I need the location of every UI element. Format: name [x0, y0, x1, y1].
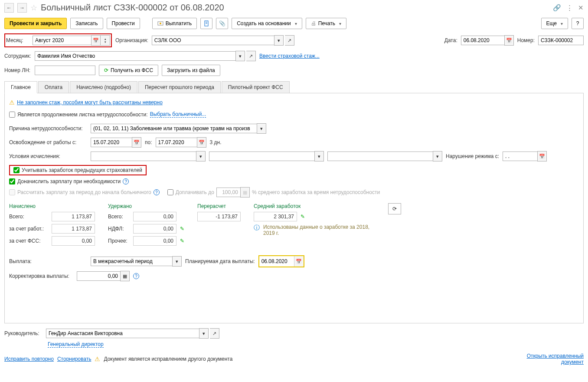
- tab-content-main: ⚠ Не заполнен стаж, пособия могут быть р…: [4, 93, 584, 323]
- help-button[interactable]: ?: [572, 18, 584, 29]
- tab-payment[interactable]: Оплата: [38, 81, 69, 93]
- conditions-input-2[interactable]: [209, 151, 314, 161]
- pay-up-input: [216, 188, 240, 197]
- date-to-input[interactable]: [156, 138, 197, 147]
- accrued-employer-label: за счет работ.:: [9, 226, 48, 232]
- accrued-fss-label: за счет ФСС:: [9, 238, 48, 244]
- pay-up-label: Доплачивать до: [176, 189, 214, 195]
- manager-open-button[interactable]: ↗: [210, 328, 219, 339]
- tab-main[interactable]: Главное: [4, 81, 37, 93]
- ndfl-value: 0,00: [133, 224, 176, 234]
- manager-label: Руководитель:: [4, 330, 42, 336]
- planned-date-label: Планируемая дата выплаты:: [185, 258, 255, 264]
- post-and-close-button[interactable]: Провести и закрыть: [4, 18, 67, 29]
- link-icon[interactable]: 🔗: [553, 4, 561, 12]
- manager-title-link[interactable]: Генеральный директор: [48, 341, 104, 348]
- get-fss-button[interactable]: ⟳ Получить из ФСС: [99, 65, 158, 76]
- org-input[interactable]: [152, 36, 274, 45]
- correction-label: Корректировка выплаты:: [9, 273, 73, 279]
- date-to-calendar-button[interactable]: 📅: [197, 137, 206, 148]
- tab-fss-pilot[interactable]: Пилотный проект ФСС: [222, 81, 290, 93]
- number-input[interactable]: [538, 36, 584, 45]
- reason-dropdown-button[interactable]: ▾: [257, 123, 266, 134]
- more-menu-icon[interactable]: ⋮: [566, 4, 573, 12]
- calc-salary-label: Рассчитать зарплату за период до начала …: [17, 189, 151, 195]
- date-calendar-button[interactable]: 📅: [504, 35, 514, 46]
- document-icon-button[interactable]: [200, 18, 212, 29]
- attach-button[interactable]: 📎: [216, 18, 228, 29]
- paperclip-icon: 📎: [219, 20, 225, 26]
- open-fixed-link[interactable]: Открыть исправленный документ: [519, 353, 584, 365]
- conditions-label: Условия исчисления:: [9, 153, 87, 159]
- employee-dropdown-button[interactable]: ▾: [235, 51, 245, 61]
- print-button[interactable]: 🖨 Печать: [306, 18, 346, 29]
- pay-button[interactable]: Выплатить: [152, 18, 197, 29]
- save-button[interactable]: Записать: [70, 18, 103, 29]
- avg-edit-icon[interactable]: ✎: [301, 214, 305, 220]
- month-calendar-button[interactable]: 📅: [91, 35, 101, 46]
- insurance-link[interactable]: Ввести страховой стаж...: [259, 53, 320, 59]
- ln-input[interactable]: [35, 66, 95, 75]
- other-label: Прочее:: [108, 238, 130, 244]
- org-open-button[interactable]: ↗: [285, 35, 294, 46]
- payment-select[interactable]: [91, 257, 172, 266]
- manager-dropdown-button[interactable]: ▾: [199, 328, 209, 339]
- month-input[interactable]: [33, 36, 91, 45]
- select-sick-link[interactable]: Выбрать больничный...: [150, 111, 206, 118]
- help-icon[interactable]: ?: [123, 178, 129, 184]
- accrued-header: Начислено: [9, 203, 95, 209]
- conditions-dropdown-3[interactable]: ▾: [433, 151, 442, 161]
- load-file-button[interactable]: Загрузить из файла: [162, 65, 220, 76]
- payment-dropdown-button[interactable]: ▾: [172, 256, 182, 267]
- planned-date-input[interactable]: [259, 257, 294, 266]
- reason-label: Причина нетрудоспособности:: [9, 125, 87, 132]
- date-from-input[interactable]: [91, 138, 132, 147]
- correction-calc-button[interactable]: ▦: [120, 271, 130, 281]
- ndfl-edit-icon[interactable]: ✎: [180, 226, 184, 232]
- pay-up-note: % среднего заработка за время нетрудоспо…: [252, 189, 380, 195]
- employee-input[interactable]: [35, 51, 235, 61]
- calc-salary-checkbox: [9, 189, 15, 195]
- add-salary-checkbox[interactable]: [9, 178, 15, 184]
- conditions-input-1[interactable]: [91, 151, 196, 161]
- org-dropdown-button[interactable]: ▾: [274, 35, 284, 46]
- conditions-input-3[interactable]: [327, 151, 433, 161]
- date-from-calendar-button[interactable]: 📅: [132, 137, 141, 148]
- violation-date-input[interactable]: [503, 151, 537, 161]
- help-icon-2[interactable]: ?: [154, 189, 160, 195]
- close-icon[interactable]: ✕: [578, 4, 584, 12]
- employee-open-button[interactable]: ↗: [246, 51, 256, 61]
- date-input[interactable]: [461, 36, 504, 45]
- reason-input[interactable]: [91, 124, 257, 133]
- nav-forward-button[interactable]: →: [17, 3, 27, 13]
- conditions-dropdown-1[interactable]: ▾: [196, 151, 206, 161]
- more-button[interactable]: Еще: [541, 18, 568, 29]
- number-label: Номер:: [517, 37, 535, 43]
- recalc-value: -1 173,87: [197, 212, 241, 221]
- correction-input[interactable]: [77, 271, 120, 281]
- violation-calendar-button[interactable]: 📅: [537, 151, 547, 161]
- payment-label: Выплата:: [9, 258, 87, 264]
- planned-date-calendar-button[interactable]: 📅: [294, 256, 304, 267]
- nav-back-button[interactable]: ←: [4, 3, 14, 13]
- storno-link[interactable]: Сторнировать: [57, 356, 91, 362]
- avg-header: Средний заработок: [254, 203, 375, 209]
- account-prev-checkbox[interactable]: [13, 167, 20, 173]
- fix-again-link[interactable]: Исправить повторно: [4, 356, 54, 362]
- tab-recalc[interactable]: Пересчет прошлого периода: [138, 81, 221, 93]
- continuation-checkbox[interactable]: [9, 112, 15, 118]
- refresh-button[interactable]: ⟳: [388, 203, 401, 214]
- correction-help-icon[interactable]: ?: [133, 273, 139, 279]
- favorite-star-icon[interactable]: ☆: [30, 3, 37, 13]
- month-spinner-button[interactable]: ▴▾: [101, 35, 110, 46]
- footer-warning-icon: ⚠: [95, 356, 100, 362]
- warning-link[interactable]: Не заполнен стаж, пособия могут быть рас…: [17, 99, 163, 105]
- conditions-dropdown-2[interactable]: ▾: [314, 151, 324, 161]
- manager-input[interactable]: [46, 329, 199, 338]
- create-based-button[interactable]: Создать на основании: [232, 18, 302, 29]
- other-edit-icon[interactable]: ✎: [180, 238, 184, 244]
- pay-up-checkbox[interactable]: [167, 189, 173, 195]
- month-label: Месяц:: [6, 37, 30, 43]
- post-button[interactable]: Провести: [107, 18, 140, 29]
- tab-accrued[interactable]: Начислено (подробно): [70, 81, 137, 93]
